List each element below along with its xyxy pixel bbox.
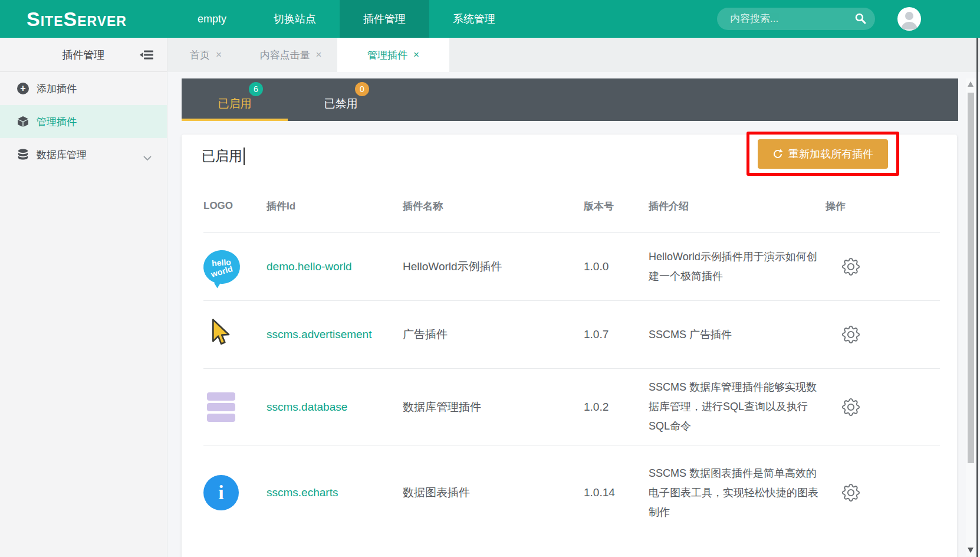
logo-text: S xyxy=(27,9,41,29)
tab-content-clicks[interactable]: 内容点击量 × xyxy=(244,38,337,72)
col-header-plugin-name: 插件名称 xyxy=(403,199,584,213)
gear-icon[interactable] xyxy=(842,326,860,343)
info-circle-logo: i xyxy=(203,475,239,510)
collapse-sidebar-icon[interactable] xyxy=(140,50,154,63)
scroll-up-arrow-icon[interactable] xyxy=(968,81,974,87)
plugin-description: SSCMS 数据图表插件是简单高效的电子图表工具，实现轻松快捷的图表制作 xyxy=(649,464,826,522)
plugin-state-tabs: 已启用 6 已禁用 0 xyxy=(182,78,958,121)
enabled-plugins-card: 已启用 重新加载所有插件 LOGO 插件Id 插件名称 xyxy=(182,135,957,557)
page-tabbar: 首页 × 内容点击量 × 管理插件 × xyxy=(167,38,980,72)
plugin-version: 1.0.2 xyxy=(584,401,649,414)
plugin-name: HelloWorld示例插件 xyxy=(403,259,584,274)
plugin-version: 1.0.0 xyxy=(584,260,649,273)
sidebar-item-label: 添加插件 xyxy=(37,82,77,96)
content-search xyxy=(717,8,875,30)
enabled-count-badge: 6 xyxy=(249,82,263,96)
person-icon xyxy=(897,7,921,31)
tab-enabled[interactable]: 已启用 6 xyxy=(182,78,288,121)
plugin-name: 数据图表插件 xyxy=(403,485,584,500)
refresh-icon xyxy=(772,149,783,159)
table-row: i sscms.echarts 数据图表插件 1.0.14 SSCMS 数据图表… xyxy=(203,445,940,540)
sidebar-title: 插件管理 xyxy=(63,48,105,62)
plugin-version: 1.0.14 xyxy=(584,486,649,499)
user-avatar[interactable] xyxy=(897,7,921,31)
top-nav: empty 切换站点 插件管理 系统管理 xyxy=(174,0,519,38)
scrollbar-thumb[interactable] xyxy=(968,93,974,463)
tab-disabled[interactable]: 已禁用 0 xyxy=(288,78,394,121)
col-header-plugin-id: 插件Id xyxy=(267,199,403,213)
tab-home[interactable]: 首页 × xyxy=(167,38,244,72)
col-header-logo: LOGO xyxy=(203,200,267,212)
col-header-description: 插件介绍 xyxy=(649,199,826,213)
database-icon xyxy=(17,149,29,160)
nav-item-switch-site[interactable]: 切换站点 xyxy=(250,0,340,38)
sidebar-item-label: 管理插件 xyxy=(37,115,77,129)
search-icon[interactable] xyxy=(854,12,867,27)
table-header-row: LOGO 插件Id 插件名称 版本号 插件介绍 操作 xyxy=(203,179,940,233)
sidebar-item-add-plugin[interactable]: + 添加插件 xyxy=(0,72,167,105)
col-header-version: 版本号 xyxy=(584,199,649,213)
sidebar: 插件管理 + 添加插件 管理插件 xyxy=(0,38,167,557)
plugin-id-link[interactable]: sscms.advertisement xyxy=(267,328,371,340)
panel-title: 已启用 xyxy=(202,147,245,165)
red-annotation-box: 重新加载所有插件 xyxy=(746,132,899,176)
main-area: 首页 × 内容点击量 × 管理插件 × 已启用 6 已禁用 0 xyxy=(167,38,980,557)
tab-manage-plugins[interactable]: 管理插件 × xyxy=(337,38,449,72)
sidebar-item-label: 数据库管理 xyxy=(37,148,87,162)
plugin-name: 数据库管理插件 xyxy=(403,399,584,415)
table-row: sscms.advertisement 广告插件 1.0.7 SSCMS 广告插… xyxy=(203,301,940,369)
plugin-description: HelloWorld示例插件用于演示如何创建一个极简插件 xyxy=(649,247,826,286)
topbar: SITESERVER empty 切换站点 插件管理 系统管理 xyxy=(0,0,980,38)
vertical-scrollbar[interactable] xyxy=(966,78,976,556)
reload-all-plugins-button[interactable]: 重新加载所有插件 xyxy=(758,139,888,169)
nav-item-system-management[interactable]: 系统管理 xyxy=(429,0,519,38)
close-icon[interactable]: × xyxy=(413,49,419,61)
plugin-name: 广告插件 xyxy=(403,327,584,342)
table-row: hello world demo.hello-world HelloWorld示… xyxy=(203,233,940,301)
window-edge xyxy=(976,38,978,557)
close-icon[interactable]: × xyxy=(216,49,222,61)
chevron-down-icon[interactable] xyxy=(143,152,152,164)
text-caret xyxy=(244,148,245,165)
gear-icon[interactable] xyxy=(842,484,860,502)
plugins-table: LOGO 插件Id 插件名称 版本号 插件介绍 操作 hello world xyxy=(203,179,940,540)
plugin-description: SSCMS 广告插件 xyxy=(649,325,826,345)
plugin-id-link[interactable]: sscms.database xyxy=(267,401,347,413)
search-input[interactable] xyxy=(717,8,875,30)
scroll-down-arrow-icon[interactable] xyxy=(968,548,974,553)
hello-world-logo: hello world xyxy=(202,248,241,284)
sidebar-item-manage-plugins[interactable]: 管理插件 xyxy=(0,105,167,138)
content-area: 已启用 6 已禁用 0 已启用 xyxy=(167,78,980,557)
plugin-id-link[interactable]: demo.hello-world xyxy=(267,260,352,273)
plugin-version: 1.0.7 xyxy=(584,328,649,341)
nav-item-empty[interactable]: empty xyxy=(174,0,250,38)
close-icon[interactable]: × xyxy=(316,49,322,61)
cursor-arrow-logo xyxy=(208,318,232,351)
plugin-description: SSCMS 数据库管理插件能够实现数据库管理，进行SQL查询以及执行SQL命令 xyxy=(649,378,826,436)
nav-item-plugin-management[interactable]: 插件管理 xyxy=(340,0,429,38)
disabled-count-badge: 0 xyxy=(355,82,369,96)
table-row: sscms.database 数据库管理插件 1.0.2 SSCMS 数据库管理… xyxy=(203,369,940,445)
siteserver-logo: SITESERVER xyxy=(27,9,127,30)
stacked-bars-logo xyxy=(207,392,235,422)
plugin-id-link[interactable]: sscms.echarts xyxy=(267,486,338,499)
col-header-actions: 操作 xyxy=(826,199,940,213)
gear-icon[interactable] xyxy=(842,398,860,416)
cube-icon xyxy=(17,116,29,127)
sidebar-item-database-management[interactable]: 数据库管理 xyxy=(0,138,167,171)
gear-icon[interactable] xyxy=(842,258,860,276)
active-tab-underline xyxy=(182,119,288,121)
plus-circle-icon: + xyxy=(17,83,29,94)
